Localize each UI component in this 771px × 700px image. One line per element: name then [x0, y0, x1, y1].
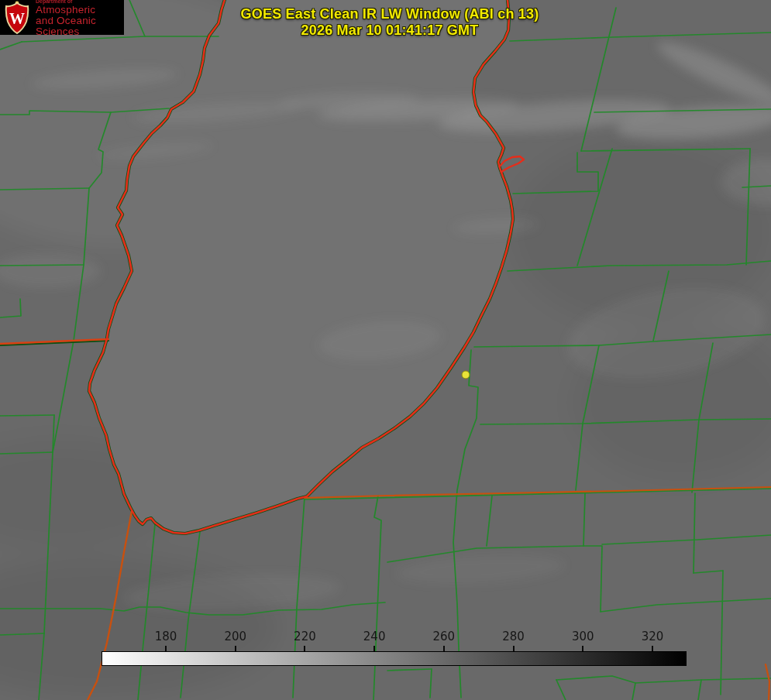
timestamp: 2026 Mar 10 01:41:17 GMT [116, 22, 663, 39]
satellite-map[interactable] [0, 0, 771, 700]
uw-aos-logo: W Department of Atmospheric and Oceanic … [0, 0, 124, 35]
logo-name-line2: and Oceanic Sciences [36, 15, 124, 36]
uw-crest-icon: W [2, 1, 33, 34]
header-title-block: GOES East Clean IR LW Window (ABI ch 13)… [116, 6, 663, 39]
crest-letter: W [9, 10, 25, 27]
logo-name-line1: Atmospheric [36, 5, 124, 15]
location-marker-dot[interactable] [462, 371, 470, 379]
goes-satellite-viewer: 180200220240260280300320 W Department of… [0, 0, 771, 700]
product-title: GOES East Clean IR LW Window (ABI ch 13) [116, 6, 663, 22]
